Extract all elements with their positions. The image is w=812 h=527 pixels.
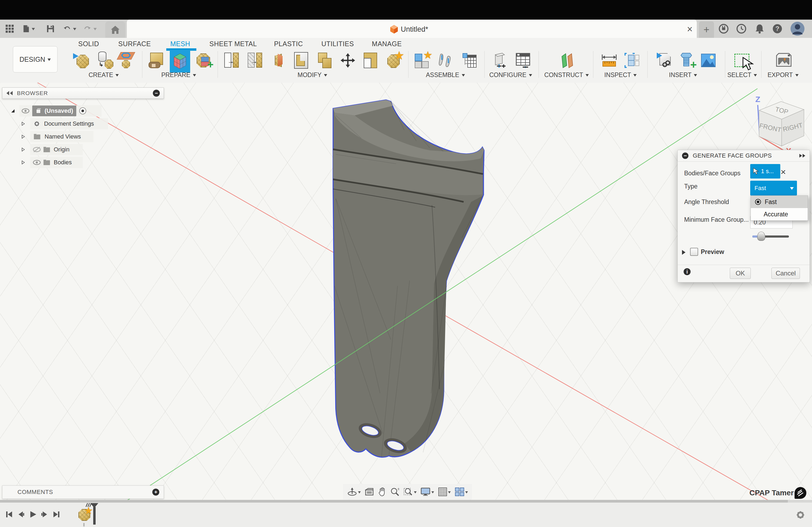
canvas-image-icon[interactable] [700, 52, 716, 69]
expander-closed-icon[interactable] [21, 160, 25, 164]
go-to-start-icon[interactable] [3, 509, 15, 520]
tree-row-bodies[interactable]: Bodies [30, 157, 83, 168]
group-insert[interactable]: INSERT [662, 71, 705, 79]
group-configure[interactable]: CONFIGURE [489, 71, 532, 79]
group-export[interactable]: EXPORT [762, 71, 804, 79]
group-assemble[interactable]: ASSEMBLE [424, 71, 467, 79]
tab-mesh[interactable]: MESH [154, 39, 207, 48]
cancel-button[interactable]: Cancel [771, 268, 800, 279]
tree-row-document-settings[interactable]: Document Settings [30, 118, 108, 129]
insert-derive-icon[interactable] [655, 52, 671, 69]
visibility-eye-icon[interactable] [33, 160, 41, 165]
move-copy-icon[interactable] [340, 52, 356, 69]
orbit-icon[interactable] [347, 487, 361, 497]
replace-face-icon[interactable] [362, 52, 378, 69]
viewports-icon[interactable] [455, 487, 468, 496]
create-mesh-face-icon[interactable] [118, 52, 134, 69]
joint-icon[interactable] [438, 52, 454, 69]
save-icon[interactable] [45, 19, 56, 38]
home-tab[interactable] [105, 21, 125, 38]
timeline-settings-gear-icon[interactable] [796, 510, 805, 521]
ok-button[interactable]: OK [730, 268, 751, 279]
tree-row-root[interactable]: (Unsaved) [19, 105, 102, 117]
timeline-mesh-feature[interactable]: ★ [78, 509, 90, 521]
grid-display-icon[interactable] [438, 487, 451, 496]
reduce-icon[interactable]: → [247, 52, 263, 69]
comments-bar[interactable]: COMMENTS + [2, 485, 164, 499]
dialog-header[interactable]: − GENERATE FACE GROUPS [678, 150, 810, 162]
step-back-icon[interactable] [15, 509, 27, 520]
timeline-scrollbar-thumb[interactable] [0, 500, 788, 502]
redo-icon[interactable] [84, 19, 97, 38]
dropdown-option-fast[interactable]: Fast [751, 196, 808, 208]
mesh-body-model[interactable] [327, 98, 488, 463]
face-groups-add-icon[interactable]: + [195, 52, 212, 69]
file-menu-icon[interactable] [23, 19, 35, 38]
insert-mesh-icon[interactable] [75, 52, 91, 69]
dialog-drag-icon[interactable]: − [682, 152, 688, 159]
go-to-end-icon[interactable] [50, 509, 62, 520]
tab-manage[interactable]: MANAGE [360, 39, 414, 48]
tab-sheet-metal[interactable]: SHEET METAL [201, 39, 265, 48]
group-modify[interactable]: MODIFY [291, 71, 334, 79]
user-logo[interactable] [795, 487, 806, 499]
erase-and-fill-icon[interactable] [270, 52, 286, 69]
section-analysis-icon[interactable] [624, 52, 640, 69]
new-component-icon[interactable]: ★ [414, 52, 430, 69]
add-comment-icon[interactable]: + [152, 488, 159, 496]
undo-icon[interactable] [63, 19, 76, 38]
group-create[interactable]: CREATE [82, 71, 125, 79]
pan-hand-icon[interactable] [378, 487, 387, 496]
create-mesh-section-icon[interactable]: ↳ [97, 52, 113, 69]
combine-icon[interactable] [317, 52, 333, 69]
insert-fastener-icon[interactable]: + [679, 52, 695, 69]
repair-mesh-icon[interactable] [148, 52, 165, 69]
expander-closed-icon[interactable] [21, 134, 25, 139]
notifications-bell-icon[interactable] [754, 19, 766, 38]
generate-face-groups-tool-active[interactable] [170, 50, 190, 73]
workspace-switcher[interactable]: DESIGN [13, 46, 57, 73]
browser-panel-header[interactable]: BROWSER − [2, 88, 164, 99]
play-icon[interactable] [27, 509, 39, 520]
slider-thumb[interactable] [757, 232, 765, 241]
display-settings-icon[interactable] [420, 487, 434, 496]
remesh-icon[interactable]: → [224, 52, 240, 69]
expand-preview-icon[interactable] [682, 250, 688, 255]
extensions-icon[interactable] [718, 19, 729, 38]
app-grid-icon[interactable] [4, 19, 16, 38]
step-forward-icon[interactable] [39, 509, 50, 520]
collapse-panel-icon[interactable] [6, 90, 13, 96]
selected-node-chip[interactable]: (Unsaved) [32, 105, 76, 116]
export-3d-print-icon[interactable] [776, 52, 792, 69]
construct-plane-icon[interactable] [559, 52, 575, 69]
tree-row-named-views[interactable]: Named Views [30, 131, 93, 142]
clear-selection-icon[interactable]: × [781, 167, 786, 177]
shell-icon[interactable] [293, 52, 309, 69]
look-at-icon[interactable] [365, 488, 374, 496]
timeline-playhead[interactable] [93, 507, 96, 525]
visibility-eye-icon[interactable] [21, 108, 30, 114]
joint-origin-table-icon[interactable] [462, 52, 478, 69]
zoom-window-icon[interactable] [404, 487, 417, 496]
group-construct[interactable]: CONSTRUCT [545, 71, 588, 79]
avatar[interactable] [790, 21, 805, 37]
group-inspect[interactable]: INSPECT [599, 71, 642, 79]
tab-solid[interactable]: SOLID [62, 39, 116, 48]
close-tab-icon[interactable]: × [684, 24, 695, 35]
zoom-icon[interactable]: ± [390, 487, 400, 496]
convert-mesh-icon[interactable]: ★ [386, 52, 402, 69]
viewcube[interactable]: Z X TOP FRONT RIGHT [748, 90, 810, 154]
group-prepare[interactable]: PREPARE [157, 71, 200, 79]
tab-plastic[interactable]: PLASTIC [262, 39, 315, 48]
tab-utilities[interactable]: UTILITIES [311, 39, 364, 48]
panel-options-icon[interactable]: − [153, 90, 160, 97]
tree-row-origin[interactable]: Origin [30, 144, 83, 155]
expander-closed-icon[interactable] [21, 147, 25, 152]
recent-files-icon[interactable] [736, 19, 747, 38]
type-select[interactable]: Fast [750, 181, 797, 195]
help-icon[interactable]: ? [771, 19, 783, 38]
new-tab-icon[interactable]: + [699, 21, 714, 38]
dropdown-option-accurate[interactable]: Accurate [751, 208, 808, 220]
configuration-icon[interactable] [491, 52, 507, 69]
expander-open-icon[interactable] [11, 109, 15, 113]
